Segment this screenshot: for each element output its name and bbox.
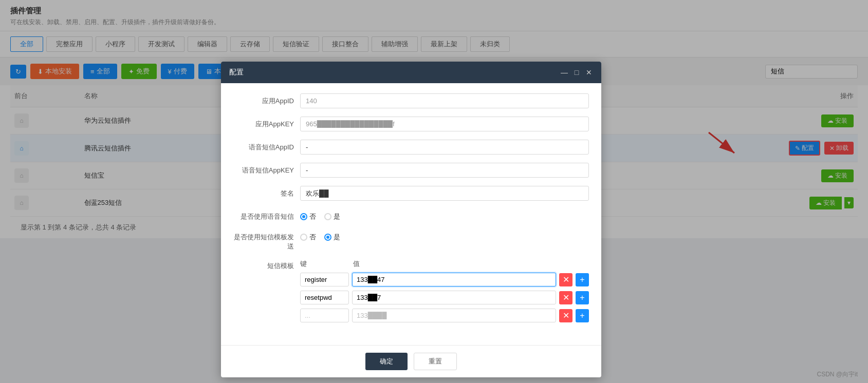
label-voice-appid: 语音短信AppID bbox=[233, 140, 300, 152]
label-appkey: 应用AppKEY bbox=[233, 117, 300, 129]
input-appid[interactable] bbox=[300, 93, 589, 108]
form-row-voice-appid: 语音短信AppID bbox=[233, 140, 589, 155]
content-voice-appid bbox=[300, 140, 589, 155]
input-voice-appid[interactable] bbox=[300, 140, 589, 155]
form-row-template-radio: 是否使用短信模板发送 否 是 bbox=[233, 229, 589, 251]
modal-footer: 确定 重置 bbox=[221, 345, 601, 377]
sms-val-input-1[interactable] bbox=[352, 273, 556, 286]
minimize-button[interactable]: — bbox=[560, 68, 568, 76]
label-template-radio: 是否使用短信模板发送 bbox=[233, 229, 300, 251]
label-voice-appkey: 语音短信AppKEY bbox=[233, 163, 300, 175]
label-sms-template: 短信模板 bbox=[233, 259, 300, 271]
sms-val-input-2[interactable] bbox=[352, 291, 556, 304]
close-button[interactable]: ✕ bbox=[585, 68, 593, 76]
reset-button[interactable]: 重置 bbox=[414, 353, 457, 370]
content-template-radio: 否 是 bbox=[300, 229, 589, 242]
page-wrapper: 插件管理 可在线安装、卸载、禁用、启用、配置、升级插件，插件升级前请做好备份。 … bbox=[0, 0, 868, 383]
radio-template-yes[interactable]: 是 bbox=[324, 233, 340, 242]
radio-group-template: 否 是 bbox=[300, 229, 589, 242]
sms-delete-button-1[interactable]: ✕ bbox=[559, 273, 572, 286]
label-appid: 应用AppID bbox=[233, 93, 300, 106]
sms-add-button-2[interactable]: + bbox=[576, 291, 589, 304]
modal-header: 配置 — □ ✕ bbox=[221, 62, 601, 83]
radio-group-voice: 否 是 bbox=[300, 209, 589, 221]
content-appkey bbox=[300, 117, 589, 131]
content-appid bbox=[300, 93, 589, 108]
form-row-appkey: 应用AppKEY bbox=[233, 117, 589, 131]
radio-circle bbox=[324, 213, 331, 220]
config-modal: 配置 — □ ✕ 应用AppID 应用AppKEY bbox=[221, 62, 601, 377]
form-row-appid: 应用AppID bbox=[233, 93, 589, 108]
form-row-sign: 签名 bbox=[233, 186, 589, 201]
radio-voice-yes[interactable]: 是 bbox=[324, 212, 340, 221]
sms-key-input-1[interactable] bbox=[300, 273, 349, 286]
sms-template-row: ✕ + bbox=[300, 273, 589, 286]
sms-delete-button-3[interactable]: ✕ bbox=[559, 309, 572, 322]
form-row-voice-appkey: 语音短信AppKEY bbox=[233, 163, 589, 178]
sms-template-row: ✕ + bbox=[300, 309, 589, 322]
input-appkey[interactable] bbox=[300, 117, 589, 131]
radio-circle bbox=[300, 234, 307, 241]
modal-body: 应用AppID 应用AppKEY 语音短信AppID bbox=[221, 83, 601, 345]
radio-circle bbox=[324, 234, 331, 241]
modal-controls: — □ ✕ bbox=[560, 68, 593, 76]
sms-template-header: 键 值 bbox=[300, 259, 589, 269]
content-voice-radio: 否 是 bbox=[300, 209, 589, 221]
modal-title: 配置 bbox=[229, 68, 244, 77]
radio-voice-no[interactable]: 否 bbox=[300, 212, 316, 221]
sms-add-button-3[interactable]: + bbox=[576, 309, 589, 322]
label-sign: 签名 bbox=[233, 186, 300, 198]
maximize-button[interactable]: □ bbox=[572, 68, 581, 76]
sms-val-header: 值 bbox=[353, 259, 589, 269]
sms-delete-button-2[interactable]: ✕ bbox=[559, 291, 572, 304]
sms-template-row: ✕ + bbox=[300, 291, 589, 304]
sms-add-button-1[interactable]: + bbox=[576, 273, 589, 286]
confirm-button[interactable]: 确定 bbox=[365, 353, 408, 370]
input-voice-appkey[interactable] bbox=[300, 163, 589, 178]
content-voice-appkey bbox=[300, 163, 589, 178]
sms-key-input-2[interactable] bbox=[300, 291, 349, 304]
sms-val-input-3[interactable] bbox=[352, 309, 556, 322]
content-sign bbox=[300, 186, 589, 201]
input-sign[interactable] bbox=[300, 186, 589, 201]
form-row-voice-radio: 是否使用语音短信 否 是 bbox=[233, 209, 589, 221]
content-sms-template: 键 值 ✕ + ✕ + bbox=[300, 259, 589, 327]
radio-circle bbox=[300, 213, 307, 220]
sms-key-header: 键 bbox=[300, 259, 349, 269]
label-voice-radio: 是否使用语音短信 bbox=[233, 209, 300, 221]
radio-template-no[interactable]: 否 bbox=[300, 233, 316, 242]
sms-key-input-3[interactable] bbox=[300, 309, 349, 322]
form-row-sms-template: 短信模板 键 值 ✕ + bbox=[233, 259, 589, 327]
